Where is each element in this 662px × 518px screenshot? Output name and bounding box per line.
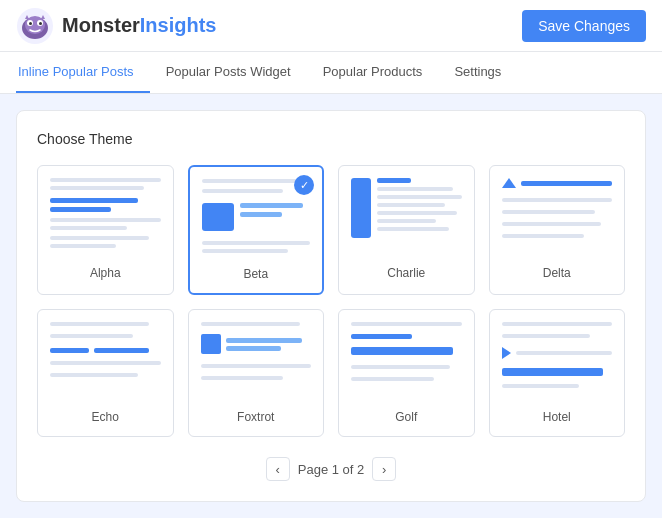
- logo-icon: [16, 7, 54, 45]
- tab-inline-popular-posts[interactable]: Inline Popular Posts: [16, 52, 150, 93]
- main-content: Choose Theme Alpha: [0, 94, 662, 518]
- golf-label: Golf: [351, 410, 462, 424]
- delta-label: Delta: [502, 266, 613, 280]
- tabs-bar: Inline Popular Posts Popular Posts Widge…: [0, 52, 662, 94]
- charlie-preview: [351, 178, 462, 258]
- theme-card-alpha[interactable]: Alpha: [37, 165, 174, 295]
- theme-card-beta[interactable]: ✓ Beta: [188, 165, 325, 295]
- hotel-preview: [502, 322, 613, 402]
- foxtrot-preview: [201, 322, 312, 402]
- hotel-label: Hotel: [502, 410, 613, 424]
- theme-card-delta[interactable]: Delta: [489, 165, 626, 295]
- theme-card-charlie[interactable]: Charlie: [338, 165, 475, 295]
- alpha-label: Alpha: [50, 266, 161, 280]
- svg-point-5: [29, 22, 32, 25]
- alpha-preview: [50, 178, 161, 258]
- echo-label: Echo: [50, 410, 161, 424]
- pagination-text: Page 1 of 2: [298, 462, 365, 477]
- charlie-label: Charlie: [351, 266, 462, 280]
- content-card: Choose Theme Alpha: [16, 110, 646, 502]
- selected-check-icon: ✓: [294, 175, 314, 195]
- logo-area: MonsterInsights: [16, 7, 216, 45]
- section-title: Choose Theme: [37, 131, 625, 147]
- theme-grid: Alpha ✓ B: [37, 165, 625, 437]
- tab-popular-products[interactable]: Popular Products: [307, 52, 439, 93]
- delta-preview: [502, 178, 613, 258]
- echo-preview: [50, 322, 161, 402]
- theme-card-foxtrot[interactable]: Foxtrot: [188, 309, 325, 437]
- beta-label: Beta: [202, 267, 311, 281]
- foxtrot-label: Foxtrot: [201, 410, 312, 424]
- logo-text: MonsterInsights: [62, 14, 216, 37]
- beta-preview: [202, 179, 311, 259]
- save-changes-button[interactable]: Save Changes: [522, 10, 646, 42]
- pagination-prev-button[interactable]: ‹: [266, 457, 290, 481]
- tab-popular-posts-widget[interactable]: Popular Posts Widget: [150, 52, 307, 93]
- golf-preview: [351, 322, 462, 402]
- header: MonsterInsights Save Changes: [0, 0, 662, 52]
- theme-card-golf[interactable]: Golf: [338, 309, 475, 437]
- pagination: ‹ Page 1 of 2 ›: [37, 457, 625, 481]
- theme-card-echo[interactable]: Echo: [37, 309, 174, 437]
- tab-settings[interactable]: Settings: [438, 52, 517, 93]
- theme-card-hotel[interactable]: Hotel: [489, 309, 626, 437]
- pagination-next-button[interactable]: ›: [372, 457, 396, 481]
- svg-point-6: [39, 22, 42, 25]
